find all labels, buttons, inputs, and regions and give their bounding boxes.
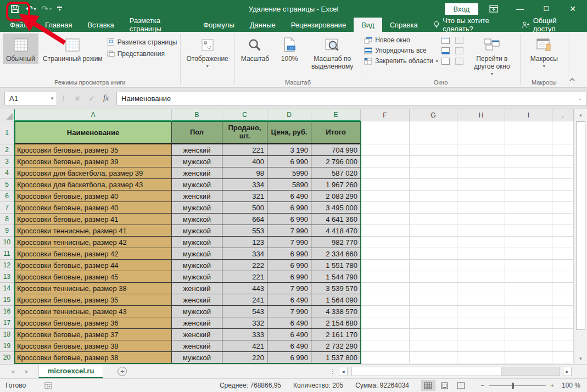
cell-I6[interactable] [505,191,552,202]
unhide-window-button[interactable] [441,58,450,65]
cell-E7[interactable]: 3 495 000 [311,202,361,214]
cell-F4[interactable] [361,167,410,179]
cell-D1[interactable]: Цена, руб. [267,121,311,144]
cell-B19[interactable]: женский [172,340,222,352]
ribbon-tab-0[interactable]: Файл [0,18,37,32]
cell-A18[interactable]: Кроссовки беговые, размер 37 [15,329,172,340]
cell-C2[interactable]: 221 [222,144,267,156]
cell-B17[interactable]: женский [172,317,222,329]
cell-H19[interactable] [457,340,505,352]
cell-D11[interactable]: 6 990 [267,248,311,260]
cell-C12[interactable]: 222 [222,260,267,271]
switch-windows-button[interactable]: Перейти в другое окно ▾ [467,33,517,77]
horizontal-scroll-thumb[interactable] [352,367,501,376]
cell-D5[interactable]: 5890 [267,179,311,191]
reset-window-position-button[interactable] [455,58,463,65]
cell-E15[interactable]: 1 564 090 [311,294,361,306]
sheet-nav-left-icon[interactable]: ◄ [10,368,15,374]
freeze-panes-button[interactable]: Закрепить области ▾ [364,57,438,65]
cell-E4[interactable]: 587 020 [311,167,361,179]
cell-D2[interactable]: 3 190 [267,144,311,156]
cell-E14[interactable]: 3 539 570 [311,283,361,294]
cell-G18[interactable] [410,329,457,340]
cell-H8[interactable] [457,214,505,225]
cell-.1[interactable] [552,121,574,144]
show-dropdown-button[interactable]: Отображение ▾ [183,33,232,70]
cell-A17[interactable]: Кроссовки беговые, размер 36 [15,317,172,329]
cell-.15[interactable] [552,294,574,306]
cell-H16[interactable] [457,306,505,317]
custom-views-button[interactable]: Представления [107,49,177,58]
cell-.17[interactable] [552,317,574,329]
cell-I4[interactable] [505,167,552,179]
zoom-button[interactable]: Масштаб [238,33,272,64]
cell-A13[interactable]: Кроссовки беговые, размер 45 [15,271,172,283]
cell-.8[interactable] [552,214,574,225]
cell-G4[interactable] [410,167,457,179]
cell-E17[interactable]: 2 154 680 [311,317,361,329]
vertical-scroll-track[interactable] [574,120,587,353]
cell-A1[interactable]: Наименование [15,121,172,144]
cell-.10[interactable] [552,237,574,248]
ribbon-tab-7[interactable]: Вид [354,18,382,32]
cell-H3[interactable] [457,156,505,167]
new-sheet-button[interactable]: + [118,367,127,376]
cell-E11[interactable]: 2 334 660 [311,248,361,260]
zoom-in-button[interactable]: + [550,382,554,389]
cell-A2[interactable]: Кроссовки беговые, размер 35 [15,144,172,156]
column-header-H[interactable]: H [457,109,505,121]
cell-F10[interactable] [361,237,410,248]
cell-H5[interactable] [457,179,505,191]
cell-H20[interactable] [457,352,505,363]
cell-F3[interactable] [361,156,410,167]
cell-H1[interactable] [457,121,505,144]
cell-A20[interactable]: Кроссовки беговые, размер 38 [15,352,172,363]
cell-H13[interactable] [457,271,505,283]
cell-I15[interactable] [505,294,552,306]
row-header-1[interactable]: 1 [0,121,15,144]
cell-.13[interactable] [552,271,574,283]
cell-A15[interactable]: Кроссовки беговые, размер 35 [15,294,172,306]
cell-A7[interactable]: Кроссовки беговые, размер 40 [15,202,172,214]
cell-E12[interactable]: 1 551 780 [311,260,361,271]
cell-B14[interactable]: женский [172,283,222,294]
cell-D10[interactable]: 7 990 [267,237,311,248]
redo-button[interactable]: ↷▾ [42,4,52,14]
cell-H15[interactable] [457,294,505,306]
cell-B8[interactable]: мужской [172,214,222,225]
cell-I12[interactable] [505,260,552,271]
cell-F14[interactable] [361,283,410,294]
page-layout-shortcut-button[interactable] [438,380,452,391]
cell-H6[interactable] [457,191,505,202]
cell-F16[interactable] [361,306,410,317]
row-header-16[interactable]: 16 [0,306,15,317]
ribbon-display-options-button[interactable] [483,2,505,16]
cell-B10[interactable]: мужской [172,237,222,248]
cell-B13[interactable]: мужской [172,271,222,283]
page-layout-button[interactable]: Разметка страницы [107,38,177,46]
name-box[interactable]: A1 ▼ [4,92,57,105]
cell-E13[interactable]: 1 544 790 [311,271,361,283]
cell-F11[interactable] [361,248,410,260]
cell-.5[interactable] [552,179,574,191]
cell-D9[interactable]: 7 990 [267,225,311,237]
cell-I16[interactable] [505,306,552,317]
cell-C13[interactable]: 221 [222,271,267,283]
cell-D18[interactable]: 6 490 [267,329,311,340]
cell-H4[interactable] [457,167,505,179]
cell-C4[interactable]: 98 [222,167,267,179]
minimize-button[interactable]: — [509,2,531,16]
cell-B9[interactable]: мужской [172,225,222,237]
row-header-14[interactable]: 14 [0,283,15,294]
cell-G19[interactable] [410,340,457,352]
cell-C8[interactable]: 664 [222,214,267,225]
hide-window-button[interactable] [441,47,450,54]
ribbon-tab-3[interactable]: Разметка страницы [122,18,195,32]
cell-E8[interactable]: 4 641 360 [311,214,361,225]
cell-E10[interactable]: 982 770 [311,237,361,248]
row-header-7[interactable]: 7 [0,202,15,214]
cell-F9[interactable] [361,225,410,237]
cell-E16[interactable]: 4 338 570 [311,306,361,317]
row-header-11[interactable]: 11 [0,248,15,260]
cell-I7[interactable] [505,202,552,214]
